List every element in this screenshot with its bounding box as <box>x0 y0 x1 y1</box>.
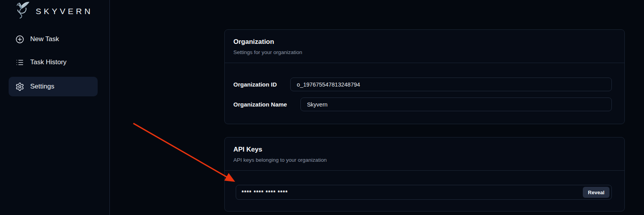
organization-card: Organization Settings for your organizat… <box>224 29 625 124</box>
app-logo[interactable]: SKYVERN <box>10 0 93 22</box>
organization-name-label: Organization Name <box>233 101 287 108</box>
organization-card-subtitle: Settings for your organization <box>233 49 615 55</box>
organization-id-field[interactable] <box>290 78 612 91</box>
sidebar-nav: New Task Task History Settings <box>0 29 109 100</box>
api-keys-card-subtitle: API keys belonging to your organization <box>233 157 615 163</box>
plus-circle-icon <box>15 35 24 44</box>
api-keys-card: API Keys API keys belonging to your orga… <box>224 137 625 211</box>
organization-name-row: Organization Name <box>233 98 612 111</box>
organization-card-title: Organization <box>233 38 615 46</box>
sidebar-item-settings[interactable]: Settings <box>9 77 98 96</box>
gear-icon <box>15 82 24 91</box>
api-key-field[interactable]: Reveal <box>236 185 612 200</box>
logo-wordmark: SKYVERN <box>36 7 93 16</box>
api-key-masked-input[interactable] <box>242 189 583 195</box>
sidebar: SKYVERN New Task Task History Settings <box>0 0 110 215</box>
list-icon <box>15 58 24 67</box>
sidebar-item-label: Settings <box>30 83 54 90</box>
api-keys-card-title: API Keys <box>233 146 615 154</box>
reveal-button[interactable]: Reveal <box>583 187 609 198</box>
sidebar-item-task-history[interactable]: Task History <box>9 52 98 72</box>
organization-card-body: Organization ID Organization Name <box>225 63 624 111</box>
sidebar-item-new-task[interactable]: New Task <box>9 29 98 49</box>
organization-name-field[interactable] <box>300 98 612 111</box>
organization-id-label: Organization ID <box>233 81 277 88</box>
sidebar-item-label: New Task <box>30 35 59 43</box>
api-keys-card-header: API Keys API keys belonging to your orga… <box>225 137 624 171</box>
organization-id-row: Organization ID <box>233 78 612 91</box>
sidebar-item-label: Task History <box>30 58 67 66</box>
dragon-logo-icon <box>10 0 32 22</box>
organization-card-header: Organization Settings for your organizat… <box>225 30 624 63</box>
